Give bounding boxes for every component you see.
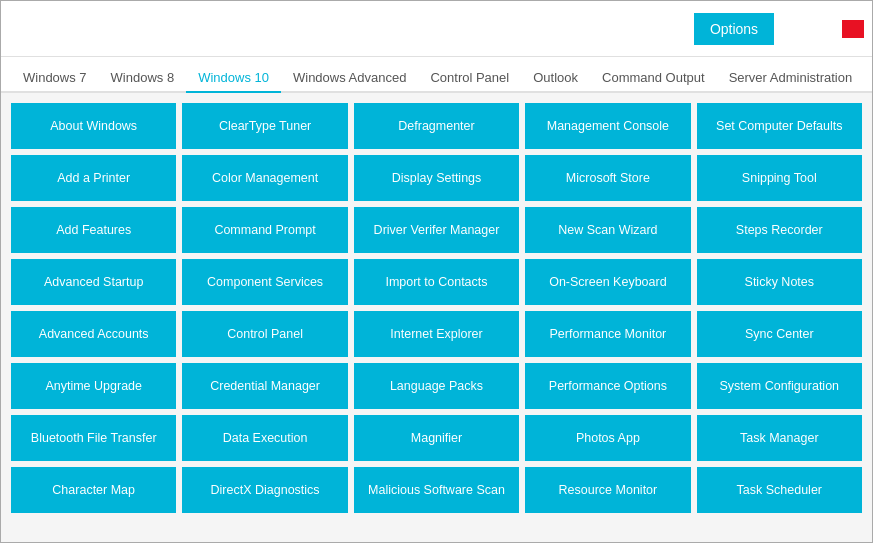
- tool-button-new-scan-wizard[interactable]: New Scan Wizard: [525, 207, 690, 253]
- minimize-button[interactable]: [790, 20, 812, 38]
- tool-button-system-configuration[interactable]: System Configuration: [697, 363, 862, 409]
- tool-button-task-manager[interactable]: Task Manager: [697, 415, 862, 461]
- tool-button-defragmenter[interactable]: Defragmenter: [354, 103, 519, 149]
- tab-windows-advanced[interactable]: Windows Advanced: [281, 64, 418, 93]
- tool-button-malicious-software-scan[interactable]: Malicious Software Scan: [354, 467, 519, 513]
- tool-button-component-services[interactable]: Component Services: [182, 259, 347, 305]
- tool-button-microsoft-store[interactable]: Microsoft Store: [525, 155, 690, 201]
- tool-button-task-scheduler[interactable]: Task Scheduler: [697, 467, 862, 513]
- options-button[interactable]: Options: [694, 13, 774, 45]
- tool-button-data-execution[interactable]: Data Execution: [182, 415, 347, 461]
- tool-button-internet-explorer[interactable]: Internet Explorer: [354, 311, 519, 357]
- grid-area: About WindowsClearType TunerDefragmenter…: [1, 93, 872, 543]
- tool-button-performance-options[interactable]: Performance Options: [525, 363, 690, 409]
- maximize-button[interactable]: [816, 20, 838, 38]
- tool-button-on-screen-keyboard[interactable]: On-Screen Keyboard: [525, 259, 690, 305]
- tool-button-performance-monitor[interactable]: Performance Monitor: [525, 311, 690, 357]
- tool-button-bluetooth-file-transfer[interactable]: Bluetooth File Transfer: [11, 415, 176, 461]
- tool-button-magnifier[interactable]: Magnifier: [354, 415, 519, 461]
- tab-windows-8[interactable]: Windows 8: [99, 64, 187, 93]
- tool-button-control-panel[interactable]: Control Panel: [182, 311, 347, 357]
- tab-windows-7[interactable]: Windows 7: [11, 64, 99, 93]
- tool-button-command-prompt[interactable]: Command Prompt: [182, 207, 347, 253]
- tool-button-advanced-startup[interactable]: Advanced Startup: [11, 259, 176, 305]
- tool-button-about-windows[interactable]: About Windows: [11, 103, 176, 149]
- tab-server-administration[interactable]: Server Administration: [717, 64, 865, 93]
- tool-button-sticky-notes[interactable]: Sticky Notes: [697, 259, 862, 305]
- tool-button-management-console[interactable]: Management Console: [525, 103, 690, 149]
- tool-button-display-settings[interactable]: Display Settings: [354, 155, 519, 201]
- tool-button-directx-diagnostics[interactable]: DirectX Diagnostics: [182, 467, 347, 513]
- tool-button-sync-center[interactable]: Sync Center: [697, 311, 862, 357]
- tab-powershell[interactable]: Powershell: [864, 64, 873, 93]
- tab-command-output[interactable]: Command Output: [590, 64, 717, 93]
- tool-button-driver-verifer-manager[interactable]: Driver Verifer Manager: [354, 207, 519, 253]
- tab-outlook[interactable]: Outlook: [521, 64, 590, 93]
- tool-button-import-to-contacts[interactable]: Import to Contacts: [354, 259, 519, 305]
- tool-button-add-features[interactable]: Add Features: [11, 207, 176, 253]
- tool-button-steps-recorder[interactable]: Steps Recorder: [697, 207, 862, 253]
- tab-control-panel[interactable]: Control Panel: [418, 64, 521, 93]
- tool-button-advanced-accounts[interactable]: Advanced Accounts: [11, 311, 176, 357]
- buttons-grid: About WindowsClearType TunerDefragmenter…: [11, 103, 862, 513]
- tool-button-cleartype-tuner[interactable]: ClearType Tuner: [182, 103, 347, 149]
- tab-windows-10[interactable]: Windows 10: [186, 64, 281, 93]
- title-bar: Options: [1, 1, 872, 57]
- tool-button-language-packs[interactable]: Language Packs: [354, 363, 519, 409]
- tool-button-character-map[interactable]: Character Map: [11, 467, 176, 513]
- tool-button-credential-manager[interactable]: Credential Manager: [182, 363, 347, 409]
- tool-button-resource-monitor[interactable]: Resource Monitor: [525, 467, 690, 513]
- tool-button-anytime-upgrade[interactable]: Anytime Upgrade: [11, 363, 176, 409]
- tool-button-add-a-printer[interactable]: Add a Printer: [11, 155, 176, 201]
- tool-button-photos-app[interactable]: Photos App: [525, 415, 690, 461]
- tool-button-color-management[interactable]: Color Management: [182, 155, 347, 201]
- close-button[interactable]: [842, 20, 864, 38]
- title-right: Options: [694, 13, 864, 45]
- tool-button-set-computer-defaults[interactable]: Set Computer Defaults: [697, 103, 862, 149]
- tool-button-snipping-tool[interactable]: Snipping Tool: [697, 155, 862, 201]
- tab-bar: Windows 7Windows 8Windows 10Windows Adva…: [1, 57, 872, 93]
